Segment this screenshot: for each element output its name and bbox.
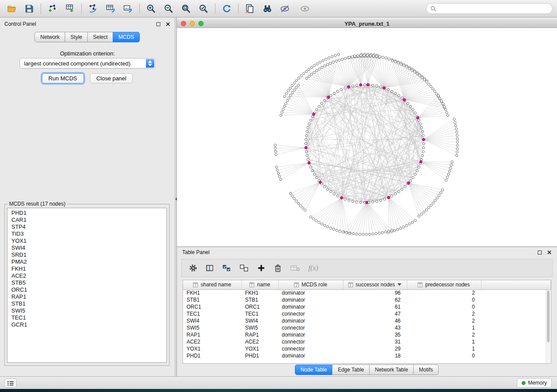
- network-node[interactable]: [315, 108, 318, 110]
- network-node[interactable]: [428, 206, 430, 209]
- network-node[interactable]: [372, 233, 374, 235]
- table-row[interactable]: RAP1RAP1dominator352: [183, 331, 551, 338]
- network-node[interactable]: [409, 179, 412, 182]
- cell-filler[interactable]: [481, 303, 551, 310]
- network-node[interactable]: [398, 94, 400, 96]
- network-hub-node[interactable]: [407, 182, 410, 184]
- network-node[interactable]: [276, 169, 278, 171]
- network-node[interactable]: [426, 81, 428, 83]
- network-node[interactable]: [366, 54, 368, 56]
- network-node[interactable]: [387, 230, 390, 232]
- result-item[interactable]: GCR1: [11, 321, 166, 328]
- network-node[interactable]: [329, 191, 332, 193]
- network-node[interactable]: [411, 69, 413, 71]
- cell-filler[interactable]: [481, 289, 551, 296]
- network-node[interactable]: [391, 90, 393, 92]
- network-node[interactable]: [344, 87, 346, 89]
- network-node[interactable]: [340, 88, 343, 90]
- cell-sharedname[interactable]: YOX1: [183, 345, 242, 352]
- table-options-button[interactable]: [189, 264, 197, 272]
- network-node[interactable]: [416, 72, 418, 75]
- network-view[interactable]: [177, 28, 557, 246]
- network-node[interactable]: [305, 70, 307, 72]
- network-node[interactable]: [282, 108, 284, 110]
- network-node[interactable]: [309, 119, 311, 121]
- network-node[interactable]: [456, 148, 458, 150]
- network-node[interactable]: [335, 60, 337, 62]
- network-node[interactable]: [434, 90, 436, 93]
- cell-filler[interactable]: [481, 324, 551, 331]
- cell-predecessors[interactable]: 1: [407, 324, 481, 331]
- network-node[interactable]: [430, 86, 432, 88]
- network-node[interactable]: [344, 57, 346, 59]
- network-node[interactable]: [418, 215, 420, 217]
- import-table-from-file-button[interactable]: [62, 2, 77, 16]
- network-node[interactable]: [341, 58, 343, 60]
- tab-select[interactable]: Select: [87, 32, 113, 42]
- network-node[interactable]: [337, 53, 339, 55]
- column-header-predecessor-nodes[interactable]: predecessor nodes: [407, 280, 481, 289]
- deselect-all-columns-button[interactable]: [239, 264, 249, 272]
- network-node[interactable]: [393, 230, 395, 232]
- network-node[interactable]: [352, 233, 354, 235]
- table-row[interactable]: STB1STB1dominator620: [183, 296, 551, 303]
- network-node[interactable]: [342, 231, 344, 233]
- zoom-selected-button[interactable]: [196, 2, 211, 16]
- result-item[interactable]: SRD1: [11, 251, 166, 258]
- cell-filler[interactable]: [481, 310, 551, 317]
- network-node[interactable]: [420, 158, 422, 161]
- network-node[interactable]: [309, 166, 311, 168]
- network-node[interactable]: [401, 97, 403, 99]
- network-node[interactable]: [283, 105, 285, 107]
- result-item[interactable]: TID3: [11, 230, 166, 237]
- network-node[interactable]: [428, 83, 430, 85]
- column-header-successor-nodes[interactable]: successor nodes: [343, 280, 407, 289]
- network-hub-node[interactable]: [304, 146, 307, 149]
- network-node[interactable]: [295, 86, 297, 89]
- cell-sharedname[interactable]: ORC1: [183, 303, 242, 310]
- network-node[interactable]: [446, 111, 448, 113]
- search-input[interactable]: [439, 6, 548, 12]
- network-node[interactable]: [448, 170, 450, 172]
- network-node[interactable]: [421, 155, 423, 157]
- new-table-button[interactable]: [103, 2, 118, 16]
- new-network-button[interactable]: [86, 2, 100, 16]
- network-node[interactable]: [456, 144, 458, 146]
- cell-predecessors[interactable]: 2: [407, 317, 481, 324]
- network-node[interactable]: [311, 115, 313, 117]
- network-node[interactable]: [278, 175, 280, 177]
- network-node[interactable]: [400, 63, 402, 65]
- network-node[interactable]: [434, 199, 436, 202]
- network-node[interactable]: [446, 114, 449, 116]
- network-node[interactable]: [372, 55, 374, 57]
- network-node[interactable]: [436, 197, 438, 199]
- cell-filler[interactable]: [481, 317, 551, 324]
- network-node[interactable]: [328, 57, 330, 59]
- network-node[interactable]: [432, 202, 434, 204]
- network-node[interactable]: [403, 65, 405, 67]
- network-node[interactable]: [402, 226, 405, 228]
- network-node[interactable]: [348, 56, 350, 58]
- network-node[interactable]: [363, 83, 366, 86]
- column-header-name[interactable]: name: [242, 280, 278, 289]
- cell-sharedname[interactable]: STB1: [183, 296, 242, 303]
- network-node[interactable]: [419, 75, 421, 77]
- network-node[interactable]: [304, 142, 307, 144]
- network-node[interactable]: [284, 95, 286, 97]
- cell-role[interactable]: connector: [278, 310, 343, 317]
- network-node[interactable]: [440, 192, 442, 194]
- float-panel-icon[interactable]: [156, 22, 160, 26]
- network-node[interactable]: [287, 90, 289, 92]
- network-node[interactable]: [385, 57, 387, 59]
- network-node[interactable]: [274, 144, 276, 146]
- network-node[interactable]: [348, 232, 350, 234]
- network-node[interactable]: [321, 223, 323, 225]
- cell-name[interactable]: SWI5: [242, 324, 278, 331]
- cell-sharedname[interactable]: TEC1: [183, 310, 242, 317]
- network-node[interactable]: [422, 147, 425, 149]
- tab-motifs[interactable]: Motifs: [413, 364, 439, 375]
- network-hub-node[interactable]: [387, 196, 390, 199]
- network-node[interactable]: [384, 198, 386, 200]
- network-node[interactable]: [391, 195, 393, 197]
- column-header-mcds-role[interactable]: MCDS role: [278, 280, 343, 289]
